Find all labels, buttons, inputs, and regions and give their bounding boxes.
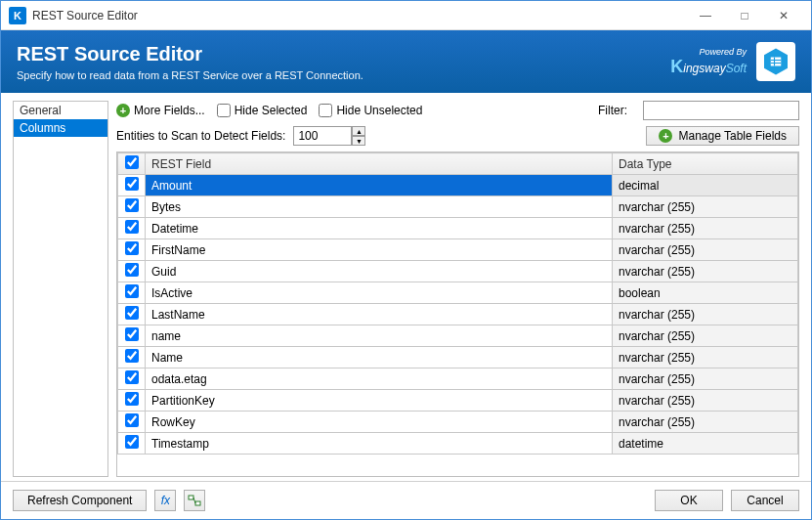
hide-unselected-input[interactable] xyxy=(319,104,332,117)
page-subtitle: Specify how to read data from a REST Ser… xyxy=(17,69,670,81)
table-row[interactable]: RowKeynvarchar (255) xyxy=(118,412,798,433)
row-check-cell[interactable] xyxy=(118,347,146,368)
hide-unselected-checkbox[interactable]: Hide Unselected xyxy=(319,104,422,117)
row-type-cell[interactable]: nvarchar (255) xyxy=(613,196,798,218)
row-field-cell[interactable]: name xyxy=(146,325,613,347)
row-checkbox[interactable] xyxy=(125,306,139,320)
row-check-cell[interactable] xyxy=(118,368,146,390)
table-row[interactable]: FirstNamenvarchar (255) xyxy=(118,239,798,261)
row-field-cell[interactable]: PartitionKey xyxy=(146,390,613,412)
table-row[interactable]: Timestampdatetime xyxy=(118,433,798,455)
table-row[interactable]: IsActiveboolean xyxy=(118,282,798,304)
row-checkbox[interactable] xyxy=(125,349,139,363)
row-type-cell[interactable]: nvarchar (255) xyxy=(613,218,798,239)
filter-label: Filter: xyxy=(598,104,627,117)
row-type-cell[interactable]: nvarchar (255) xyxy=(613,368,798,390)
table-row[interactable]: LastNamenvarchar (255) xyxy=(118,304,798,325)
row-field-cell[interactable]: Guid xyxy=(146,261,613,282)
table-row[interactable]: PartitionKeynvarchar (255) xyxy=(118,390,798,412)
ok-button[interactable]: OK xyxy=(655,490,723,511)
row-type-cell[interactable]: nvarchar (255) xyxy=(613,239,798,261)
maximize-button[interactable]: □ xyxy=(725,1,764,30)
footer: Refresh Component fx OK Cancel xyxy=(1,481,811,519)
sidebar-item-columns[interactable]: Columns xyxy=(14,119,107,137)
header-rest-field[interactable]: REST Field xyxy=(146,153,613,175)
table-row[interactable]: namenvarchar (255) xyxy=(118,325,798,347)
row-type-cell[interactable]: nvarchar (255) xyxy=(613,347,798,368)
row-type-cell[interactable]: nvarchar (255) xyxy=(613,261,798,282)
hide-selected-input[interactable] xyxy=(217,104,231,117)
vendor-logo: Powered By KKingswaySoftingswaySoft xyxy=(670,47,747,77)
row-check-cell[interactable] xyxy=(118,282,146,304)
row-field-cell[interactable]: Datetime xyxy=(146,218,613,239)
refresh-component-button[interactable]: Refresh Component xyxy=(13,490,147,511)
row-checkbox[interactable] xyxy=(125,392,139,406)
row-checkbox[interactable] xyxy=(125,435,139,449)
select-all-checkbox[interactable] xyxy=(125,155,139,169)
row-field-cell[interactable]: Amount xyxy=(146,175,613,196)
row-type-cell[interactable]: datetime xyxy=(613,433,798,455)
row-type-cell[interactable]: decimal xyxy=(613,175,798,196)
header-check[interactable] xyxy=(118,153,146,175)
filter-input[interactable] xyxy=(643,101,799,120)
row-type-cell[interactable]: boolean xyxy=(613,282,798,304)
row-field-cell[interactable]: RowKey xyxy=(146,412,613,433)
row-check-cell[interactable] xyxy=(118,304,146,325)
manage-table-fields-button[interactable]: + Manage Table Fields xyxy=(646,126,799,146)
svg-rect-5 xyxy=(189,496,193,499)
row-checkbox[interactable] xyxy=(125,370,139,384)
svg-rect-6 xyxy=(195,501,200,505)
table-row[interactable]: Datetimenvarchar (255) xyxy=(118,218,798,239)
row-field-cell[interactable]: odata.etag xyxy=(146,368,613,390)
row-check-cell[interactable] xyxy=(118,325,146,347)
fields-grid[interactable]: REST Field Data Type AmountdecimalBytesn… xyxy=(116,152,799,477)
row-check-cell[interactable] xyxy=(118,261,146,282)
table-row[interactable]: Amountdecimal xyxy=(118,175,798,196)
row-type-cell[interactable]: nvarchar (255) xyxy=(613,412,798,433)
row-checkbox[interactable] xyxy=(125,413,139,427)
header-data-type[interactable]: Data Type xyxy=(613,153,798,175)
row-field-cell[interactable]: FirstName xyxy=(146,239,613,261)
row-check-cell[interactable] xyxy=(118,196,146,218)
row-checkbox[interactable] xyxy=(125,220,139,234)
cancel-button[interactable]: Cancel xyxy=(731,490,799,511)
close-button[interactable]: ✕ xyxy=(764,1,803,30)
row-check-cell[interactable] xyxy=(118,218,146,239)
header-banner: REST Source Editor Specify how to read d… xyxy=(1,30,811,93)
table-row[interactable]: odata.etagnvarchar (255) xyxy=(118,368,798,390)
table-row[interactable]: Namenvarchar (255) xyxy=(118,347,798,368)
more-fields-label: More Fields... xyxy=(134,104,205,117)
mapping-button[interactable] xyxy=(184,490,205,511)
entities-spin-down[interactable]: ▼ xyxy=(352,136,365,146)
row-check-cell[interactable] xyxy=(118,412,146,433)
hide-selected-checkbox[interactable]: Hide Selected xyxy=(217,104,308,117)
table-row[interactable]: Guidnvarchar (255) xyxy=(118,261,798,282)
row-type-cell[interactable]: nvarchar (255) xyxy=(613,304,798,325)
more-fields-button[interactable]: + More Fields... xyxy=(116,104,205,117)
hide-unselected-label: Hide Unselected xyxy=(336,104,422,117)
row-checkbox[interactable] xyxy=(125,327,139,341)
row-checkbox[interactable] xyxy=(125,198,139,212)
row-field-cell[interactable]: Timestamp xyxy=(146,433,613,455)
row-checkbox[interactable] xyxy=(125,284,139,298)
toolbar-top: + More Fields... Hide Selected Hide Unse… xyxy=(116,101,799,120)
row-field-cell[interactable]: IsActive xyxy=(146,282,613,304)
row-field-cell[interactable]: Bytes xyxy=(146,196,613,218)
row-checkbox[interactable] xyxy=(125,241,139,255)
row-type-cell[interactable]: nvarchar (255) xyxy=(613,390,798,412)
row-check-cell[interactable] xyxy=(118,433,146,455)
row-check-cell[interactable] xyxy=(118,175,146,196)
row-checkbox[interactable] xyxy=(125,177,139,191)
row-field-cell[interactable]: LastName xyxy=(146,304,613,325)
entities-spin-up[interactable]: ▲ xyxy=(352,126,365,136)
sidebar-item-general[interactable]: General xyxy=(14,102,107,119)
table-row[interactable]: Bytesnvarchar (255) xyxy=(118,196,798,218)
expression-button[interactable]: fx xyxy=(154,490,176,511)
minimize-button[interactable]: ― xyxy=(686,1,725,30)
row-type-cell[interactable]: nvarchar (255) xyxy=(613,325,798,347)
row-field-cell[interactable]: Name xyxy=(146,347,613,368)
row-check-cell[interactable] xyxy=(118,390,146,412)
row-check-cell[interactable] xyxy=(118,239,146,261)
entities-scan-input[interactable] xyxy=(293,126,352,146)
row-checkbox[interactable] xyxy=(125,263,139,277)
